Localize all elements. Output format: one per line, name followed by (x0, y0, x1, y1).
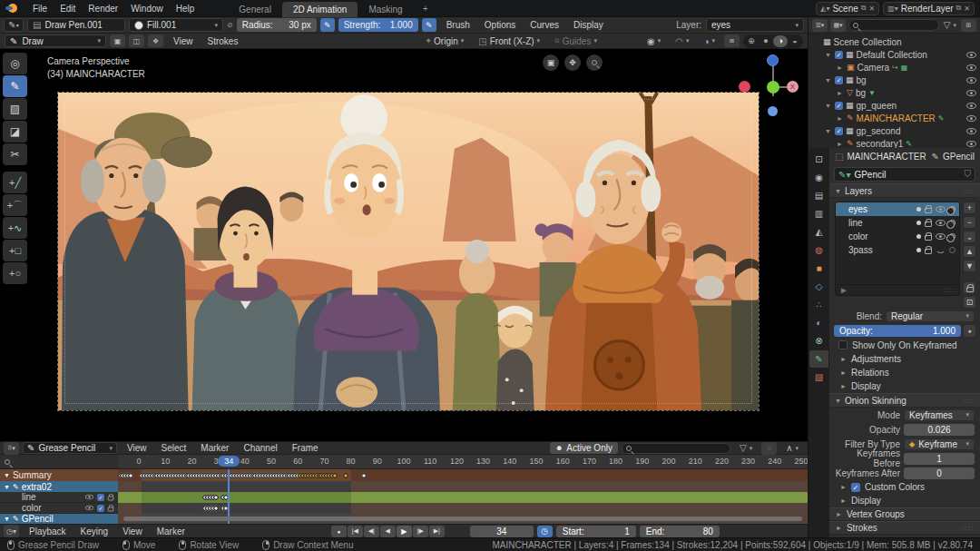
properties-tab-output[interactable]: ▤ (809, 187, 828, 204)
end-frame-field[interactable]: End: 80 (640, 526, 720, 537)
menu-brush[interactable]: Brush (440, 18, 476, 32)
additive-drawing-toggle[interactable]: ❖ (148, 34, 163, 47)
channel-search-input[interactable] (0, 455, 118, 469)
origin-dropdown[interactable]: ⌖Origin▾ (420, 34, 469, 47)
cursor-tool[interactable]: ◎ (3, 53, 27, 74)
line-tool[interactable]: +╱ (3, 172, 27, 193)
outliner-filter-dropdown[interactable]: ▽▾ (942, 19, 958, 31)
zoom-view-button[interactable] (586, 54, 603, 71)
channel-gpencil[interactable]: ▼✎GPencil (0, 514, 118, 524)
shading-rendered-button[interactable]: ◒ (788, 35, 802, 47)
outliner-editor-type-button[interactable]: ☰▾ (812, 19, 828, 32)
move-layer-up-button[interactable]: ▲ (963, 245, 976, 258)
layers-panel-header[interactable]: ▼ Layers :::: (829, 183, 980, 198)
menu-marker[interactable]: Marker (194, 441, 235, 455)
gp-layer-row-eyes[interactable]: eyes (836, 202, 959, 216)
erase-tool[interactable]: ◪ (3, 121, 27, 143)
panel-vertex-groups[interactable]: ►Vertex Groups (829, 507, 980, 521)
blender-logo-icon[interactable] (5, 3, 19, 14)
prev-keyframe-button[interactable]: ◀| (364, 526, 379, 537)
lock-icon[interactable] (925, 221, 932, 227)
panel-strokes[interactable]: ►Strokes:::: (829, 521, 980, 535)
add-layer-button[interactable]: + (963, 202, 976, 214)
jump-start-button[interactable]: |◀ (348, 526, 363, 537)
lock-all-button[interactable] (963, 281, 976, 294)
onion-skin-toggle-icon[interactable] (949, 220, 956, 226)
overlays-dropdown[interactable]: ◠▾ (670, 35, 694, 47)
gp-layer-row-color[interactable]: color (836, 230, 959, 243)
record-button[interactable]: ● (331, 526, 347, 537)
expand-caret[interactable]: ▼ (824, 77, 832, 84)
active-only-toggle[interactable]: ☻ Active Only (550, 442, 618, 454)
menu-view[interactable]: View (167, 34, 200, 48)
new-view-layer-icon[interactable]: ⧉ (956, 4, 962, 13)
channel-lock-icon[interactable] (108, 507, 113, 512)
gpencil-datablock-field[interactable]: ✎▾ GPencil ⛉ (834, 167, 975, 182)
new-scene-icon[interactable]: ⧉ (861, 4, 867, 13)
properties-tab-material[interactable]: ▨ (809, 369, 828, 386)
interpolation-dropdown[interactable]: ∧▾ (780, 442, 804, 454)
expand-caret[interactable]: ▼ (4, 516, 10, 522)
outliner-row-gp-queen[interactable]: ▼✓▦gp_queen (808, 99, 980, 112)
menu-edit[interactable]: Edit (54, 2, 82, 15)
properties-tab-view-layer[interactable]: ▥ (809, 205, 828, 222)
blend-dropdown[interactable]: Regular▾ (886, 310, 975, 322)
dopesheet-search-input[interactable] (622, 443, 730, 454)
subpanel-display[interactable]: ►Display (829, 379, 980, 393)
breadcrumb-data[interactable]: GPencil (943, 152, 975, 162)
layer-visibility-icon[interactable] (936, 233, 946, 240)
auto-keyframe-toggle[interactable]: ◷ (537, 526, 553, 537)
visibility-eye-icon[interactable] (966, 52, 976, 58)
camera-view-button[interactable]: ▣ (543, 54, 559, 71)
onion-mode-dropdown[interactable]: Keyframes▾ (904, 409, 975, 421)
scene-selector[interactable]: ◭▾ Scene ⧉ ✕ (816, 2, 879, 15)
visibility-eye-icon[interactable] (966, 64, 976, 71)
move-layer-down-button[interactable]: ▼ (963, 260, 976, 272)
custom-colors-subpanel[interactable]: ► ✓ Custom Colors (829, 480, 980, 494)
properties-tab-scene[interactable]: ◭ (809, 223, 828, 241)
onion-skin-toggle-icon[interactable] (949, 233, 956, 240)
properties-tab-object-data[interactable]: ✎ (809, 350, 828, 368)
radius-pressure-toggle[interactable]: ✎ (320, 18, 335, 32)
layer-visibility-icon[interactable] (936, 206, 946, 212)
visibility-eye-icon[interactable] (966, 141, 976, 147)
add-workspace-button[interactable]: + (416, 1, 436, 16)
properties-tab-world[interactable]: ◍ (809, 241, 828, 259)
lock-icon[interactable] (925, 208, 932, 213)
pin-material-icon[interactable]: ⊘ (227, 21, 233, 29)
key-row-extra02[interactable] (118, 481, 808, 492)
keyframes-before-field[interactable]: 1 (904, 453, 975, 465)
gizmos-dropdown[interactable]: ◉▾ (642, 35, 666, 47)
xray-toggle[interactable]: ⧈ (724, 34, 740, 47)
outliner-row-default-collection[interactable]: ▼✓▦Default Collection (808, 48, 980, 61)
menu-keying[interactable]: Keying (74, 525, 115, 538)
layer-visibility-icon[interactable] (936, 220, 946, 226)
menu-curves[interactable]: Curves (524, 18, 565, 32)
layer-opacity-slider[interactable]: Opacity: 1.000 (834, 325, 961, 337)
circle-tool[interactable]: +○ (3, 262, 27, 284)
radius-slider[interactable]: Radius: 30 px (237, 18, 317, 32)
outliner-row-maincharacter[interactable]: ►✎MAINCHARACTER✎ (808, 112, 980, 124)
channel-summary[interactable]: ▼Summary (0, 469, 118, 481)
axis-x-positive[interactable]: X (787, 81, 799, 93)
outliner-row-bg[interactable]: ►▽bg▼ (808, 86, 980, 99)
viewport[interactable]: ◎✎▨◪✂+╱+⌒+∿+□+○ Camera Perspective (34) … (0, 49, 808, 441)
onion-filter-dropdown[interactable]: ◆ Keyframe▾ (904, 438, 975, 450)
shading-solid-button[interactable]: ● (759, 35, 773, 47)
menu-channel[interactable]: Channel (237, 441, 283, 455)
lock-icon[interactable] (925, 249, 932, 254)
menu-playback[interactable]: Playback (23, 525, 73, 538)
start-frame-field[interactable]: Start: 1 (556, 526, 636, 537)
keyframes-after-field[interactable]: 0 (904, 467, 975, 479)
expand-caret[interactable]: ▼ (824, 52, 832, 58)
menu-frame[interactable]: Frame (286, 441, 325, 455)
subpanel-relations[interactable]: ►Relations (829, 366, 980, 379)
guides-dropdown[interactable]: ⌗Guides▾ (549, 34, 603, 47)
visibility-eye-icon[interactable] (966, 103, 976, 109)
brush-name-field[interactable]: ▤ Draw Pen.001 (27, 18, 125, 32)
menu-view[interactable]: View (121, 441, 153, 455)
shading-wireframe-button[interactable]: ⊕ (744, 35, 759, 47)
outliner-row-gp-second[interactable]: ▼✓▦gp_second (808, 124, 980, 137)
next-keyframe-button[interactable]: |▶ (413, 526, 428, 537)
properties-tab-tool[interactable]: ⊡ (809, 151, 828, 168)
